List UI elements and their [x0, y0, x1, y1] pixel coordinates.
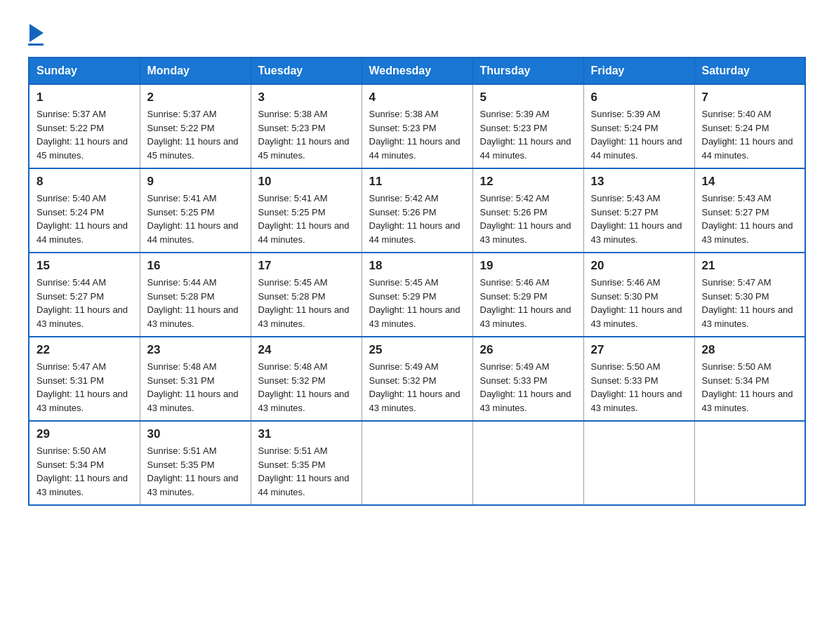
weekday-header-saturday: Saturday — [694, 58, 805, 84]
day-info: Sunrise: 5:51 AMSunset: 5:35 PMDaylight:… — [147, 444, 244, 499]
calendar-cell: 23 Sunrise: 5:48 AMSunset: 5:31 PMDaylig… — [140, 337, 251, 421]
day-number: 31 — [258, 427, 355, 441]
day-info: Sunrise: 5:38 AMSunset: 5:23 PMDaylight:… — [258, 107, 355, 162]
day-info: Sunrise: 5:47 AMSunset: 5:31 PMDaylight:… — [37, 360, 133, 415]
day-number: 15 — [37, 259, 133, 273]
calendar-cell: 11 Sunrise: 5:42 AMSunset: 5:26 PMDaylig… — [362, 168, 472, 253]
calendar-cell: 18 Sunrise: 5:45 AMSunset: 5:29 PMDaylig… — [362, 253, 472, 337]
weekday-header-monday: Monday — [140, 58, 251, 84]
calendar-week-3: 15 Sunrise: 5:44 AMSunset: 5:27 PMDaylig… — [29, 253, 805, 337]
day-number: 21 — [702, 259, 798, 273]
day-info: Sunrise: 5:49 AMSunset: 5:32 PMDaylight:… — [369, 360, 465, 415]
day-number: 23 — [147, 343, 244, 357]
weekday-header-wednesday: Wednesday — [362, 58, 472, 84]
day-info: Sunrise: 5:46 AMSunset: 5:29 PMDaylight:… — [480, 276, 576, 330]
calendar-week-2: 8 Sunrise: 5:40 AMSunset: 5:24 PMDayligh… — [29, 168, 805, 253]
day-number: 27 — [591, 343, 687, 357]
day-number: 24 — [258, 343, 355, 357]
logo-blue-part — [28, 24, 44, 42]
calendar-cell — [472, 421, 583, 505]
day-number: 14 — [702, 175, 798, 189]
calendar-cell: 27 Sunrise: 5:50 AMSunset: 5:33 PMDaylig… — [583, 337, 694, 421]
page-header — [28, 21, 806, 46]
day-number: 16 — [147, 259, 244, 273]
calendar-week-4: 22 Sunrise: 5:47 AMSunset: 5:31 PMDaylig… — [29, 337, 805, 421]
weekday-header-friday: Friday — [583, 58, 694, 84]
day-info: Sunrise: 5:38 AMSunset: 5:23 PMDaylight:… — [369, 107, 465, 162]
day-info: Sunrise: 5:51 AMSunset: 5:35 PMDaylight:… — [258, 444, 355, 499]
day-number: 12 — [480, 175, 576, 189]
day-number: 8 — [37, 175, 133, 189]
day-number: 5 — [480, 90, 576, 105]
day-info: Sunrise: 5:49 AMSunset: 5:33 PMDaylight:… — [480, 360, 576, 415]
day-info: Sunrise: 5:42 AMSunset: 5:26 PMDaylight:… — [369, 192, 465, 246]
calendar-cell: 14 Sunrise: 5:43 AMSunset: 5:27 PMDaylig… — [694, 168, 805, 253]
day-info: Sunrise: 5:44 AMSunset: 5:27 PMDaylight:… — [37, 276, 133, 330]
calendar-cell: 15 Sunrise: 5:44 AMSunset: 5:27 PMDaylig… — [29, 253, 140, 337]
day-info: Sunrise: 5:41 AMSunset: 5:25 PMDaylight:… — [258, 192, 355, 246]
calendar-cell: 2 Sunrise: 5:37 AMSunset: 5:22 PMDayligh… — [140, 84, 251, 168]
calendar-cell — [583, 421, 694, 505]
calendar-cell: 8 Sunrise: 5:40 AMSunset: 5:24 PMDayligh… — [29, 168, 140, 253]
calendar-cell: 28 Sunrise: 5:50 AMSunset: 5:34 PMDaylig… — [694, 337, 805, 421]
day-number: 20 — [591, 259, 687, 273]
day-number: 18 — [369, 259, 465, 273]
calendar-table: SundayMondayTuesdayWednesdayThursdayFrid… — [28, 57, 806, 506]
day-info: Sunrise: 5:50 AMSunset: 5:34 PMDaylight:… — [37, 444, 133, 499]
day-number: 26 — [480, 343, 576, 357]
day-info: Sunrise: 5:50 AMSunset: 5:34 PMDaylight:… — [702, 360, 798, 415]
day-info: Sunrise: 5:47 AMSunset: 5:30 PMDaylight:… — [702, 276, 798, 330]
calendar-week-1: 1 Sunrise: 5:37 AMSunset: 5:22 PMDayligh… — [29, 84, 805, 168]
calendar-cell: 25 Sunrise: 5:49 AMSunset: 5:32 PMDaylig… — [362, 337, 472, 421]
day-number: 25 — [369, 343, 465, 357]
calendar-week-5: 29 Sunrise: 5:50 AMSunset: 5:34 PMDaylig… — [29, 421, 805, 505]
day-info: Sunrise: 5:39 AMSunset: 5:23 PMDaylight:… — [480, 107, 576, 162]
calendar-cell: 3 Sunrise: 5:38 AMSunset: 5:23 PMDayligh… — [251, 84, 362, 168]
day-info: Sunrise: 5:37 AMSunset: 5:22 PMDaylight:… — [37, 107, 133, 162]
calendar-cell: 4 Sunrise: 5:38 AMSunset: 5:23 PMDayligh… — [362, 84, 472, 168]
day-number: 13 — [591, 175, 687, 189]
day-number: 28 — [702, 343, 798, 357]
day-info: Sunrise: 5:48 AMSunset: 5:31 PMDaylight:… — [147, 360, 244, 415]
day-info: Sunrise: 5:45 AMSunset: 5:29 PMDaylight:… — [369, 276, 465, 330]
day-number: 3 — [258, 90, 355, 105]
weekday-header-sunday: Sunday — [29, 58, 140, 84]
calendar-cell: 19 Sunrise: 5:46 AMSunset: 5:29 PMDaylig… — [472, 253, 583, 337]
weekday-header-thursday: Thursday — [472, 58, 583, 84]
day-info: Sunrise: 5:48 AMSunset: 5:32 PMDaylight:… — [258, 360, 355, 415]
calendar-cell: 10 Sunrise: 5:41 AMSunset: 5:25 PMDaylig… — [251, 168, 362, 253]
day-number: 6 — [591, 90, 687, 105]
day-number: 29 — [37, 427, 133, 441]
calendar-body: 1 Sunrise: 5:37 AMSunset: 5:22 PMDayligh… — [29, 84, 805, 505]
calendar-header: SundayMondayTuesdayWednesdayThursdayFrid… — [29, 58, 805, 84]
day-info: Sunrise: 5:37 AMSunset: 5:22 PMDaylight:… — [147, 107, 244, 162]
weekday-header-tuesday: Tuesday — [251, 58, 362, 84]
calendar-cell: 1 Sunrise: 5:37 AMSunset: 5:22 PMDayligh… — [29, 84, 140, 168]
calendar-cell: 7 Sunrise: 5:40 AMSunset: 5:24 PMDayligh… — [694, 84, 805, 168]
calendar-cell: 21 Sunrise: 5:47 AMSunset: 5:30 PMDaylig… — [694, 253, 805, 337]
calendar-cell: 31 Sunrise: 5:51 AMSunset: 5:35 PMDaylig… — [251, 421, 362, 505]
day-number: 9 — [147, 175, 244, 189]
day-info: Sunrise: 5:42 AMSunset: 5:26 PMDaylight:… — [480, 192, 576, 246]
day-info: Sunrise: 5:40 AMSunset: 5:24 PMDaylight:… — [702, 107, 798, 162]
day-info: Sunrise: 5:46 AMSunset: 5:30 PMDaylight:… — [591, 276, 687, 330]
logo-arrow-icon — [29, 24, 44, 42]
day-info: Sunrise: 5:41 AMSunset: 5:25 PMDaylight:… — [147, 192, 244, 246]
calendar-cell: 5 Sunrise: 5:39 AMSunset: 5:23 PMDayligh… — [472, 84, 583, 168]
day-info: Sunrise: 5:43 AMSunset: 5:27 PMDaylight:… — [702, 192, 798, 246]
day-info: Sunrise: 5:40 AMSunset: 5:24 PMDaylight:… — [37, 192, 133, 246]
day-number: 1 — [37, 90, 133, 105]
day-info: Sunrise: 5:50 AMSunset: 5:33 PMDaylight:… — [591, 360, 687, 415]
day-number: 22 — [37, 343, 133, 357]
day-number: 2 — [147, 90, 244, 105]
calendar-cell: 20 Sunrise: 5:46 AMSunset: 5:30 PMDaylig… — [583, 253, 694, 337]
day-number: 17 — [258, 259, 355, 273]
calendar-cell: 12 Sunrise: 5:42 AMSunset: 5:26 PMDaylig… — [472, 168, 583, 253]
calendar-cell: 30 Sunrise: 5:51 AMSunset: 5:35 PMDaylig… — [140, 421, 251, 505]
calendar-cell: 24 Sunrise: 5:48 AMSunset: 5:32 PMDaylig… — [251, 337, 362, 421]
calendar-cell: 22 Sunrise: 5:47 AMSunset: 5:31 PMDaylig… — [29, 337, 140, 421]
day-info: Sunrise: 5:43 AMSunset: 5:27 PMDaylight:… — [591, 192, 687, 246]
day-number: 7 — [702, 90, 798, 105]
day-info: Sunrise: 5:45 AMSunset: 5:28 PMDaylight:… — [258, 276, 355, 330]
calendar-cell: 26 Sunrise: 5:49 AMSunset: 5:33 PMDaylig… — [472, 337, 583, 421]
